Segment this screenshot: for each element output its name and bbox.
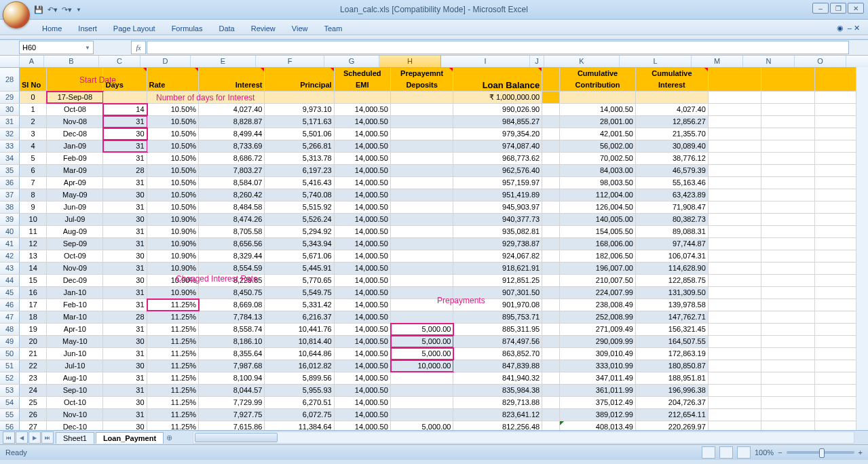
row-header[interactable]: 45 (0, 287, 20, 298)
col-header-O[interactable]: O (795, 56, 846, 67)
cell[interactable]: 139,978.58 (636, 299, 709, 311)
cell[interactable] (391, 177, 454, 189)
cell[interactable] (391, 250, 454, 262)
cell[interactable]: 6,270.51 (265, 397, 334, 408)
cell[interactable] (709, 201, 761, 213)
cell[interactable]: 42,001.50 (560, 128, 636, 140)
cell[interactable]: 31 (103, 324, 147, 335)
cell[interactable]: 14,000.50 (335, 153, 391, 164)
cell[interactable]: 14,000.50 (335, 250, 391, 262)
header-cell[interactable] (47, 68, 103, 91)
cell[interactable]: Jun-10 (47, 348, 103, 360)
ribbon-tab-home[interactable]: Home (34, 22, 70, 35)
cell[interactable]: 14,000.50 (335, 348, 391, 360)
cell[interactable]: 140,005.00 (560, 214, 636, 225)
cell[interactable]: Aug-10 (47, 372, 103, 384)
cell[interactable] (761, 409, 814, 421)
cell[interactable]: 30,089.40 (636, 140, 709, 152)
col-header-L[interactable]: L (620, 56, 692, 67)
row-header[interactable]: 32 (0, 128, 20, 140)
cell[interactable]: 347,011.49 (560, 372, 636, 384)
name-box-dropdown-icon[interactable]: ▼ (85, 45, 90, 51)
cell[interactable] (761, 201, 814, 213)
cell[interactable]: ₹ 1,000,000.00 (453, 92, 542, 103)
cell[interactable]: 8,499.44 (199, 128, 265, 140)
cell[interactable]: 3 (20, 128, 47, 140)
header-cell[interactable]: Principal (265, 68, 334, 91)
cell[interactable] (636, 92, 709, 103)
cell[interactable]: 10.90% (147, 250, 199, 262)
cell[interactable] (709, 360, 761, 372)
cell[interactable] (709, 238, 761, 250)
cell[interactable]: 18 (20, 311, 47, 323)
cell[interactable] (542, 299, 560, 311)
cell[interactable] (761, 250, 814, 262)
cell[interactable]: 55,163.46 (636, 177, 709, 189)
cell[interactable]: Jan-09 (47, 140, 103, 152)
header-cell[interactable]: Loan Balance (453, 68, 542, 91)
row-header[interactable]: 34 (0, 153, 20, 164)
cell[interactable]: 8,686.72 (199, 153, 265, 164)
cell[interactable]: 154,005.50 (560, 226, 636, 237)
tab-nav-next-icon[interactable]: ▶ (29, 431, 41, 444)
cell[interactable]: 14 (20, 263, 47, 274)
ribbon-close-icon[interactable]: ✕ (854, 24, 860, 32)
cell[interactable]: 188,951.81 (636, 372, 709, 384)
cell[interactable]: 901,970.08 (453, 299, 542, 311)
col-header-H[interactable]: H (379, 56, 441, 67)
cell[interactable]: 5,955.93 (265, 385, 334, 396)
cell[interactable]: 23 (20, 372, 47, 384)
cell[interactable] (709, 263, 761, 274)
cell[interactable]: 309,010.49 (560, 348, 636, 360)
cell[interactable]: 122,858.75 (636, 275, 709, 286)
cell[interactable]: 131,309.50 (636, 287, 709, 298)
cell[interactable]: 25 (20, 397, 47, 408)
header-cell[interactable]: CumulativeContribution (560, 68, 636, 91)
cell[interactable] (761, 385, 814, 396)
cell[interactable]: 1 (20, 104, 47, 115)
cell[interactable]: 10.90% (147, 263, 199, 274)
cell[interactable]: Oct-08 (47, 104, 103, 115)
header-cell[interactable]: CumulativeInterest (636, 68, 709, 91)
cell[interactable]: 7,803.27 (199, 165, 265, 176)
cell[interactable]: 14 (103, 104, 147, 115)
cell[interactable] (265, 92, 334, 103)
cell[interactable]: 11.25% (147, 397, 199, 408)
cell[interactable] (542, 92, 560, 103)
cell[interactable]: 31 (103, 238, 147, 250)
ribbon-tab-review[interactable]: Review (243, 22, 284, 35)
cell[interactable]: 11.25% (147, 372, 199, 384)
header-cell[interactable]: Days (103, 68, 147, 91)
cell[interactable] (391, 397, 454, 408)
cell[interactable]: 7,615.86 (199, 421, 265, 430)
cell[interactable]: 30 (103, 250, 147, 262)
cell[interactable]: 4,027.40 (199, 104, 265, 115)
cell[interactable]: 408,013.49 (560, 421, 636, 430)
cell[interactable]: Dec-08 (47, 128, 103, 140)
cell[interactable]: Jul-10 (47, 360, 103, 372)
cell[interactable]: 7,987.68 (199, 360, 265, 372)
cell[interactable]: Sep-10 (47, 385, 103, 396)
cell[interactable]: 14,000.50 (335, 360, 391, 372)
cell[interactable] (542, 385, 560, 396)
cell[interactable] (709, 421, 761, 430)
cell[interactable]: 895,753.71 (453, 311, 542, 323)
cell[interactable]: 12 (20, 238, 47, 250)
cell[interactable]: 5,000.00 (391, 421, 454, 430)
col-header-A[interactable]: A (20, 56, 44, 67)
col-header-K[interactable]: K (544, 56, 620, 67)
cell[interactable]: 5,294.92 (265, 226, 334, 237)
row-header[interactable]: 43 (0, 263, 20, 274)
cell[interactable]: 271,009.49 (560, 324, 636, 335)
cell[interactable]: 940,377.73 (453, 214, 542, 225)
cell[interactable] (542, 214, 560, 225)
sheet-tab-sheet1[interactable]: Sheet1 (56, 432, 94, 444)
cell[interactable]: 14,000.50 (335, 336, 391, 347)
cell[interactable] (761, 214, 814, 225)
cell[interactable]: 10.50% (147, 189, 199, 201)
save-icon[interactable]: 💾 (34, 5, 43, 14)
row-header[interactable]: 54 (0, 397, 20, 408)
cell[interactable] (761, 153, 814, 164)
cell[interactable]: 5,770.65 (265, 275, 334, 286)
cell[interactable]: 196,007.00 (560, 263, 636, 274)
